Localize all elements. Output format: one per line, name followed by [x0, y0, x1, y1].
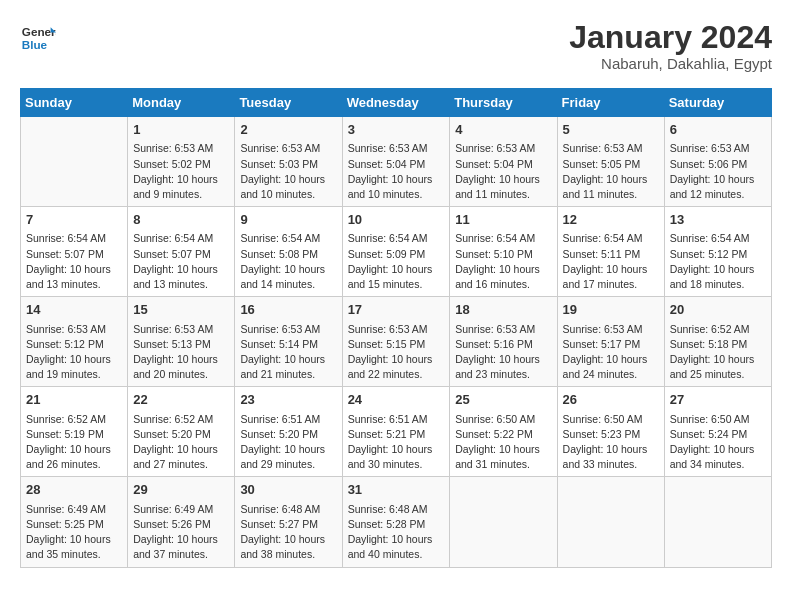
header-tuesday: Tuesday: [235, 89, 342, 117]
day-info: Sunrise: 6:53 AM Sunset: 5:02 PM Dayligh…: [133, 141, 229, 202]
calendar-cell: 13Sunrise: 6:54 AM Sunset: 5:12 PM Dayli…: [664, 207, 771, 297]
day-number: 17: [348, 301, 445, 319]
calendar-cell: [557, 477, 664, 567]
calendar-cell: 30Sunrise: 6:48 AM Sunset: 5:27 PM Dayli…: [235, 477, 342, 567]
title-block: January 2024 Nabaruh, Dakahlia, Egypt: [569, 20, 772, 72]
day-number: 6: [670, 121, 766, 139]
calendar-cell: 22Sunrise: 6:52 AM Sunset: 5:20 PM Dayli…: [128, 387, 235, 477]
day-number: 23: [240, 391, 336, 409]
day-info: Sunrise: 6:51 AM Sunset: 5:21 PM Dayligh…: [348, 412, 445, 473]
header-thursday: Thursday: [450, 89, 557, 117]
day-number: 14: [26, 301, 122, 319]
day-info: Sunrise: 6:54 AM Sunset: 5:07 PM Dayligh…: [133, 231, 229, 292]
day-info: Sunrise: 6:53 AM Sunset: 5:12 PM Dayligh…: [26, 322, 122, 383]
day-number: 26: [563, 391, 659, 409]
calendar-cell: 19Sunrise: 6:53 AM Sunset: 5:17 PM Dayli…: [557, 297, 664, 387]
day-number: 9: [240, 211, 336, 229]
week-row-5: 28Sunrise: 6:49 AM Sunset: 5:25 PM Dayli…: [21, 477, 772, 567]
calendar-title: January 2024: [569, 20, 772, 55]
calendar-cell: 24Sunrise: 6:51 AM Sunset: 5:21 PM Dayli…: [342, 387, 450, 477]
calendar-cell: 26Sunrise: 6:50 AM Sunset: 5:23 PM Dayli…: [557, 387, 664, 477]
day-info: Sunrise: 6:48 AM Sunset: 5:28 PM Dayligh…: [348, 502, 445, 563]
calendar-cell: 3Sunrise: 6:53 AM Sunset: 5:04 PM Daylig…: [342, 117, 450, 207]
day-info: Sunrise: 6:54 AM Sunset: 5:09 PM Dayligh…: [348, 231, 445, 292]
day-info: Sunrise: 6:54 AM Sunset: 5:12 PM Dayligh…: [670, 231, 766, 292]
day-number: 16: [240, 301, 336, 319]
day-number: 12: [563, 211, 659, 229]
week-row-1: 1Sunrise: 6:53 AM Sunset: 5:02 PM Daylig…: [21, 117, 772, 207]
calendar-cell: 11Sunrise: 6:54 AM Sunset: 5:10 PM Dayli…: [450, 207, 557, 297]
day-number: 21: [26, 391, 122, 409]
calendar-cell: 21Sunrise: 6:52 AM Sunset: 5:19 PM Dayli…: [21, 387, 128, 477]
week-row-3: 14Sunrise: 6:53 AM Sunset: 5:12 PM Dayli…: [21, 297, 772, 387]
calendar-cell: 9Sunrise: 6:54 AM Sunset: 5:08 PM Daylig…: [235, 207, 342, 297]
day-info: Sunrise: 6:50 AM Sunset: 5:23 PM Dayligh…: [563, 412, 659, 473]
day-info: Sunrise: 6:53 AM Sunset: 5:13 PM Dayligh…: [133, 322, 229, 383]
calendar-cell: 6Sunrise: 6:53 AM Sunset: 5:06 PM Daylig…: [664, 117, 771, 207]
calendar-cell: 16Sunrise: 6:53 AM Sunset: 5:14 PM Dayli…: [235, 297, 342, 387]
calendar-cell: [450, 477, 557, 567]
calendar-cell: 23Sunrise: 6:51 AM Sunset: 5:20 PM Dayli…: [235, 387, 342, 477]
day-info: Sunrise: 6:53 AM Sunset: 5:04 PM Dayligh…: [348, 141, 445, 202]
calendar-cell: 17Sunrise: 6:53 AM Sunset: 5:15 PM Dayli…: [342, 297, 450, 387]
day-number: 27: [670, 391, 766, 409]
week-row-4: 21Sunrise: 6:52 AM Sunset: 5:19 PM Dayli…: [21, 387, 772, 477]
calendar-cell: 10Sunrise: 6:54 AM Sunset: 5:09 PM Dayli…: [342, 207, 450, 297]
day-number: 20: [670, 301, 766, 319]
day-number: 15: [133, 301, 229, 319]
day-number: 25: [455, 391, 551, 409]
header-monday: Monday: [128, 89, 235, 117]
day-number: 4: [455, 121, 551, 139]
day-info: Sunrise: 6:52 AM Sunset: 5:18 PM Dayligh…: [670, 322, 766, 383]
day-number: 30: [240, 481, 336, 499]
calendar-cell: 2Sunrise: 6:53 AM Sunset: 5:03 PM Daylig…: [235, 117, 342, 207]
calendar-cell: 25Sunrise: 6:50 AM Sunset: 5:22 PM Dayli…: [450, 387, 557, 477]
calendar-cell: 12Sunrise: 6:54 AM Sunset: 5:11 PM Dayli…: [557, 207, 664, 297]
calendar-cell: [21, 117, 128, 207]
calendar-cell: 15Sunrise: 6:53 AM Sunset: 5:13 PM Dayli…: [128, 297, 235, 387]
day-number: 19: [563, 301, 659, 319]
calendar-cell: 29Sunrise: 6:49 AM Sunset: 5:26 PM Dayli…: [128, 477, 235, 567]
calendar-cell: 8Sunrise: 6:54 AM Sunset: 5:07 PM Daylig…: [128, 207, 235, 297]
header-wednesday: Wednesday: [342, 89, 450, 117]
day-info: Sunrise: 6:54 AM Sunset: 5:08 PM Dayligh…: [240, 231, 336, 292]
day-number: 5: [563, 121, 659, 139]
day-info: Sunrise: 6:49 AM Sunset: 5:26 PM Dayligh…: [133, 502, 229, 563]
week-row-2: 7Sunrise: 6:54 AM Sunset: 5:07 PM Daylig…: [21, 207, 772, 297]
calendar-cell: 5Sunrise: 6:53 AM Sunset: 5:05 PM Daylig…: [557, 117, 664, 207]
day-number: 13: [670, 211, 766, 229]
calendar-cell: 4Sunrise: 6:53 AM Sunset: 5:04 PM Daylig…: [450, 117, 557, 207]
day-number: 7: [26, 211, 122, 229]
page-header: General Blue January 2024 Nabaruh, Dakah…: [20, 20, 772, 72]
day-number: 31: [348, 481, 445, 499]
day-info: Sunrise: 6:53 AM Sunset: 5:16 PM Dayligh…: [455, 322, 551, 383]
day-number: 24: [348, 391, 445, 409]
day-number: 3: [348, 121, 445, 139]
day-number: 8: [133, 211, 229, 229]
header-saturday: Saturday: [664, 89, 771, 117]
day-info: Sunrise: 6:52 AM Sunset: 5:19 PM Dayligh…: [26, 412, 122, 473]
day-info: Sunrise: 6:50 AM Sunset: 5:24 PM Dayligh…: [670, 412, 766, 473]
calendar-cell: 31Sunrise: 6:48 AM Sunset: 5:28 PM Dayli…: [342, 477, 450, 567]
day-info: Sunrise: 6:50 AM Sunset: 5:22 PM Dayligh…: [455, 412, 551, 473]
calendar-subtitle: Nabaruh, Dakahlia, Egypt: [569, 55, 772, 72]
day-info: Sunrise: 6:53 AM Sunset: 5:14 PM Dayligh…: [240, 322, 336, 383]
calendar-table: Sunday Monday Tuesday Wednesday Thursday…: [20, 88, 772, 567]
day-number: 11: [455, 211, 551, 229]
header-sunday: Sunday: [21, 89, 128, 117]
day-info: Sunrise: 6:53 AM Sunset: 5:03 PM Dayligh…: [240, 141, 336, 202]
day-info: Sunrise: 6:48 AM Sunset: 5:27 PM Dayligh…: [240, 502, 336, 563]
day-info: Sunrise: 6:53 AM Sunset: 5:15 PM Dayligh…: [348, 322, 445, 383]
day-info: Sunrise: 6:53 AM Sunset: 5:04 PM Dayligh…: [455, 141, 551, 202]
logo: General Blue: [20, 20, 56, 56]
day-info: Sunrise: 6:54 AM Sunset: 5:11 PM Dayligh…: [563, 231, 659, 292]
day-number: 2: [240, 121, 336, 139]
calendar-cell: 1Sunrise: 6:53 AM Sunset: 5:02 PM Daylig…: [128, 117, 235, 207]
calendar-cell: 7Sunrise: 6:54 AM Sunset: 5:07 PM Daylig…: [21, 207, 128, 297]
calendar-cell: 14Sunrise: 6:53 AM Sunset: 5:12 PM Dayli…: [21, 297, 128, 387]
day-number: 29: [133, 481, 229, 499]
day-info: Sunrise: 6:53 AM Sunset: 5:06 PM Dayligh…: [670, 141, 766, 202]
header-row: Sunday Monday Tuesday Wednesday Thursday…: [21, 89, 772, 117]
day-info: Sunrise: 6:53 AM Sunset: 5:17 PM Dayligh…: [563, 322, 659, 383]
calendar-cell: 18Sunrise: 6:53 AM Sunset: 5:16 PM Dayli…: [450, 297, 557, 387]
